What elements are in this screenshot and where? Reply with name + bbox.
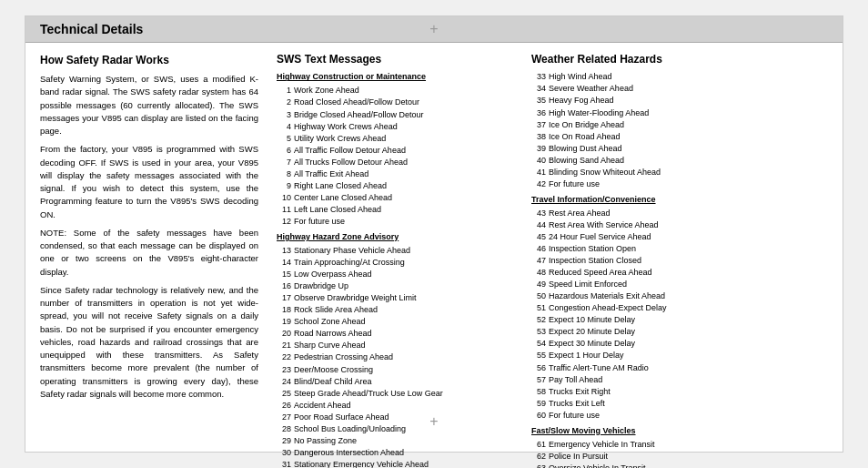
list-item: 19School Zone Ahead: [277, 316, 513, 328]
list-item: 15Low Overpass Ahead: [277, 269, 513, 280]
list-item: 57Pay Toll Ahead: [531, 374, 828, 386]
list-item: 33High Wind Ahead: [531, 71, 828, 83]
right-section-2-title: Fast/Slow Moving Vehicles: [531, 425, 828, 437]
left-para-1: Safety Warning System, or SWS, uses a mo…: [40, 73, 258, 137]
list-item: 24Blind/Deaf Child Area: [277, 376, 513, 388]
list-item: 2Road Closed Ahead/Follow Detour: [277, 97, 513, 108]
list-item: 13Stationary Phase Vehicle Ahead: [277, 245, 513, 257]
list-item: 55Expect 1 Hour Delay: [531, 350, 828, 361]
list-item: 63Oversize Vehicle In Transit: [531, 463, 828, 468]
list-item: 58Trucks Exit Right: [531, 386, 828, 398]
list-item: 62Police In Pursuit: [531, 451, 828, 463]
list-item: 51Congestion Ahead-Expect Delay: [531, 302, 828, 314]
list-item: 22Pedestrian Crossing Ahead: [277, 351, 513, 363]
list-item: 30Dangerous Intersection Ahead: [277, 447, 513, 459]
list-item: 8All Traffic Exit Ahead: [277, 168, 513, 180]
list-item: 3Bridge Closed Ahead/Follow Detour: [277, 109, 513, 121]
list-item: 38Ice On Road Ahead: [531, 131, 828, 143]
right-section-1-items: 43Rest Area Ahead 44Rest Area With Servi…: [531, 208, 828, 422]
left-column: How Safety Radar Works Safety Warning Sy…: [40, 52, 258, 468]
right-section-2-items: 61Emergency Vehicle In Transit 62Police …: [531, 439, 828, 468]
list-item: 60For future use: [531, 410, 828, 422]
list-item: 35Heavy Fog Ahead: [531, 95, 828, 107]
list-item: 37Ice On Bridge Ahead: [531, 119, 828, 131]
list-item: 9Right Lane Closed Ahead: [277, 180, 513, 192]
left-para-3: NOTE: Some of the safety messages have b…: [40, 227, 258, 279]
page-container: + Technical Details How Safety Radar Wor…: [25, 15, 843, 453]
middle-column: SWS Text Messages Highway Construction o…: [277, 52, 513, 468]
list-item: 12For future use: [277, 216, 513, 228]
list-item: 23Deer/Moose Crossing: [277, 364, 513, 376]
list-item: 7All Trucks Follow Detour Ahead: [277, 157, 513, 168]
mid-section-1-items: 13Stationary Phase Vehicle Ahead 14Train…: [277, 245, 513, 468]
list-item: 50Hazardous Materials Exit Ahead: [531, 290, 828, 302]
list-item: 4Highway Work Crews Ahead: [277, 121, 513, 133]
mid-heading: SWS Text Messages: [277, 52, 513, 67]
list-item: 53Expect 20 Minute Delay: [531, 326, 828, 338]
list-item: 34Severe Weather Ahead: [531, 83, 828, 95]
list-item: 14Train Approaching/At Crossing: [277, 257, 513, 269]
list-item: 11Left Lane Closed Ahead: [277, 204, 513, 216]
mid-section-1-title: Highway Hazard Zone Advisory: [277, 231, 513, 243]
list-item: 6All Traffic Follow Detour Ahead: [277, 145, 513, 157]
list-item: 28School Bus Loading/Unloading: [277, 423, 513, 435]
list-item: 36High Water-Flooding Ahead: [531, 107, 828, 119]
list-item: 31Stationary Emergency Vehicle Ahead: [277, 459, 513, 468]
list-item: 29No Passing Zone: [277, 435, 513, 447]
list-item: 5Utility Work Crews Ahead: [277, 133, 513, 145]
list-item: 27Poor Road Surface Ahead: [277, 412, 513, 423]
left-heading: How Safety Radar Works: [40, 52, 258, 68]
list-item: 18Rock Slide Area Ahead: [277, 304, 513, 316]
bottom-mark: +: [429, 413, 438, 430]
mid-section-0-title: Highway Construction or Maintenance: [277, 71, 513, 83]
list-item: 41Blinding Snow Whiteout Ahead: [531, 167, 828, 178]
mid-section-0-items: 1Work Zone Ahead 2Road Closed Ahead/Foll…: [277, 85, 513, 228]
list-item: 25Steep Grade Ahead/Truck Use Low Gear: [277, 388, 513, 400]
list-item: 56Traffic Alert-Tune AM Radio: [531, 362, 828, 374]
page-title: Technical Details: [40, 22, 143, 36]
list-item: 54Expect 30 Minute Delay: [531, 338, 828, 350]
top-mark: +: [429, 21, 438, 37]
page-content: How Safety Radar Works Safety Warning Sy…: [25, 43, 843, 468]
list-item: 49Speed Limit Enforced: [531, 279, 828, 290]
list-item: 10Center Lane Closed Ahead: [277, 192, 513, 204]
list-item: 52Expect 10 Minute Delay: [531, 314, 828, 326]
list-item: 48Reduced Speed Area Ahead: [531, 267, 828, 279]
list-item: 26Accident Ahead: [277, 400, 513, 412]
list-item: 43Rest Area Ahead: [531, 208, 828, 219]
left-para-2: From the factory, your V895 is programme…: [40, 143, 258, 221]
right-section-0-items: 33High Wind Ahead 34Severe Weather Ahead…: [531, 71, 828, 189]
list-item: 44Rest Area With Service Ahead: [531, 219, 828, 231]
list-item: 40Blowing Sand Ahead: [531, 155, 828, 167]
list-item: 20Road Narrows Ahead: [277, 328, 513, 340]
left-para-4: Since Safety radar technology is relativ…: [40, 284, 258, 401]
list-item: 46Inspection Station Open: [531, 243, 828, 255]
list-item: 47Inspection Station Closed: [531, 255, 828, 267]
list-item: 59Trucks Exit Left: [531, 398, 828, 410]
list-item: 42For future use: [531, 178, 828, 190]
list-item: 39Blowing Dust Ahead: [531, 143, 828, 155]
list-item: 1Work Zone Ahead: [277, 85, 513, 97]
right-section-1-title: Travel Information/Convenience: [531, 194, 828, 206]
list-item: 4524 Hour Fuel Service Ahead: [531, 231, 828, 243]
right-column: Weather Related Hazards 33High Wind Ahea…: [531, 52, 828, 468]
list-item: 61Emergency Vehicle In Transit: [531, 439, 828, 451]
list-item: 17Observe Drawbridge Weight Limit: [277, 292, 513, 304]
list-item: 21Sharp Curve Ahead: [277, 340, 513, 351]
list-item: 16Drawbridge Up: [277, 280, 513, 292]
right-heading: Weather Related Hazards: [531, 52, 828, 67]
